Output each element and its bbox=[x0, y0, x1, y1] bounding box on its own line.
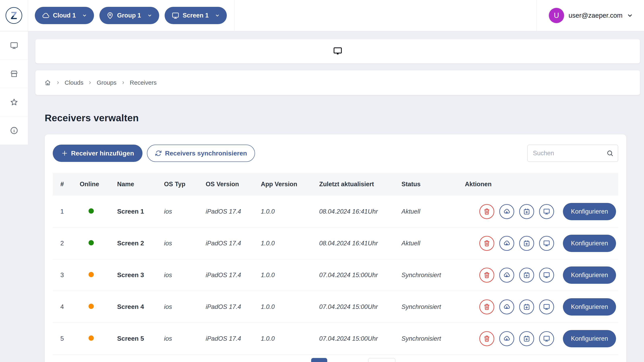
context-switchers: Cloud 1 Group 1 Screen bbox=[28, 0, 234, 31]
table-row: 5 Screen 5 ios iPadOS 17.4 1.0.0 07.04.2… bbox=[53, 323, 618, 355]
breadcrumb-groups[interactable]: Groups bbox=[96, 79, 116, 86]
cloud-selector-label: Cloud 1 bbox=[53, 12, 76, 19]
column-header-updated: Zuletzt aktualisiert bbox=[319, 181, 402, 188]
delete-button[interactable] bbox=[480, 300, 494, 314]
preview-screen-button[interactable] bbox=[539, 331, 554, 346]
svg-text:Z: Z bbox=[11, 10, 17, 21]
breadcrumb-clouds[interactable]: Clouds bbox=[64, 79, 83, 86]
receivers-table: # Online Name OS Typ OS Version App Vers… bbox=[53, 173, 618, 355]
screen-selector-button[interactable]: Screen 1 bbox=[164, 7, 227, 24]
cloud-download-button[interactable] bbox=[499, 204, 514, 219]
delete-button[interactable] bbox=[480, 268, 494, 283]
cloud-download-button[interactable] bbox=[499, 236, 514, 251]
os-typ-value: ios bbox=[164, 303, 206, 311]
sidebar bbox=[0, 31, 28, 145]
updated-value: 07.04.2024 15:00Uhr bbox=[319, 303, 402, 311]
info-icon bbox=[10, 126, 18, 135]
home-icon[interactable] bbox=[44, 79, 51, 86]
delete-button[interactable] bbox=[480, 236, 494, 251]
preview-screen-button[interactable] bbox=[539, 236, 554, 251]
cloud-download-button[interactable] bbox=[499, 268, 514, 283]
breadcrumb-bar: Clouds Groups Receivers bbox=[36, 70, 640, 95]
delete-button[interactable] bbox=[480, 331, 494, 346]
os-version-value: iPadOS 17.4 bbox=[206, 335, 261, 342]
sidebar-item-store[interactable] bbox=[0, 60, 28, 88]
schedule-button[interactable] bbox=[519, 331, 534, 346]
receiver-name: Screen 2 bbox=[117, 240, 164, 247]
preview-screen-button[interactable] bbox=[539, 300, 554, 314]
os-version-value: iPadOS 17.4 bbox=[206, 272, 261, 279]
schedule-button[interactable] bbox=[519, 268, 534, 283]
sidebar-item-screens[interactable] bbox=[0, 31, 28, 60]
app-version-value: 1.0.0 bbox=[261, 208, 319, 215]
group-selector-label: Group 1 bbox=[117, 12, 141, 19]
add-receiver-button[interactable]: Receiver hinzufügen bbox=[53, 145, 142, 162]
calendar-plus-icon bbox=[523, 271, 530, 279]
app-version-value: 1.0.0 bbox=[261, 303, 319, 311]
user-menu[interactable]: U user@zaeper.com bbox=[537, 0, 644, 31]
online-status-dot bbox=[88, 304, 94, 309]
pagination-page-button[interactable] bbox=[311, 358, 327, 362]
configure-button[interactable]: Konfigurieren bbox=[563, 235, 616, 252]
chevron-down-icon bbox=[82, 13, 87, 18]
schedule-button[interactable] bbox=[519, 204, 534, 219]
cloud-download-button[interactable] bbox=[499, 331, 514, 346]
configure-button[interactable]: Konfigurieren bbox=[563, 203, 616, 220]
logo-area: Z bbox=[0, 0, 28, 31]
updated-value: 08.04.2024 16:41Uhr bbox=[319, 240, 402, 247]
search-input[interactable] bbox=[527, 145, 618, 162]
star-icon bbox=[10, 98, 18, 107]
pagination-size-select[interactable] bbox=[368, 358, 396, 362]
search-box bbox=[527, 145, 618, 162]
page-title: Receivers verwalten bbox=[45, 113, 644, 123]
monitor-icon bbox=[543, 240, 550, 247]
monitor-icon bbox=[543, 271, 550, 279]
configure-button[interactable]: Konfigurieren bbox=[563, 298, 616, 316]
online-status-dot bbox=[88, 272, 94, 277]
cloud-download-button[interactable] bbox=[499, 300, 514, 314]
receiver-name: Screen 4 bbox=[117, 303, 164, 311]
row-number: 2 bbox=[60, 240, 80, 247]
breadcrumb-receivers[interactable]: Receivers bbox=[130, 79, 156, 86]
row-number: 1 bbox=[60, 208, 80, 215]
receivers-card: Receiver hinzufügen Receivers synchronis… bbox=[45, 134, 626, 362]
configure-button[interactable]: Konfigurieren bbox=[563, 330, 616, 347]
sidebar-item-favorites[interactable] bbox=[0, 88, 28, 116]
receiver-name: Screen 5 bbox=[117, 335, 164, 342]
configure-button[interactable]: Konfigurieren bbox=[563, 267, 616, 284]
cloud-selector-button[interactable]: Cloud 1 bbox=[35, 7, 94, 24]
os-typ-value: ios bbox=[164, 335, 206, 342]
column-header-actions: Aktionen bbox=[465, 181, 618, 188]
app-logo[interactable]: Z bbox=[5, 7, 22, 24]
schedule-button[interactable] bbox=[519, 300, 534, 314]
sync-receivers-label: Receivers synchronisieren bbox=[165, 150, 247, 157]
status-value: Synchronisiert bbox=[402, 303, 465, 311]
actions-row: Receiver hinzufügen Receivers synchronis… bbox=[53, 134, 618, 162]
trash-icon bbox=[483, 208, 491, 215]
sidebar-item-info[interactable] bbox=[0, 116, 28, 145]
cloud-download-icon bbox=[503, 303, 510, 311]
group-selector-button[interactable]: Group 1 bbox=[100, 7, 159, 24]
sync-receivers-button[interactable]: Receivers synchronisieren bbox=[147, 145, 255, 162]
os-typ-value: ios bbox=[164, 272, 206, 279]
os-typ-value: ios bbox=[164, 240, 206, 247]
add-receiver-label: Receiver hinzufügen bbox=[71, 150, 134, 157]
os-typ-value: ios bbox=[164, 208, 206, 215]
screen-selector-label: Screen 1 bbox=[183, 12, 209, 19]
delete-button[interactable] bbox=[480, 204, 494, 219]
preview-screen-button[interactable] bbox=[539, 268, 554, 283]
schedule-button[interactable] bbox=[519, 236, 534, 251]
monitor-icon[interactable] bbox=[333, 47, 342, 55]
os-version-value: iPadOS 17.4 bbox=[206, 303, 261, 311]
app-version-value: 1.0.0 bbox=[261, 272, 319, 279]
column-header-name: Name bbox=[117, 181, 164, 188]
os-version-value: iPadOS 17.4 bbox=[206, 208, 261, 215]
cloud-download-icon bbox=[503, 335, 510, 343]
status-value: Synchronisiert bbox=[402, 335, 465, 342]
cloud-icon bbox=[42, 11, 50, 19]
updated-value: 07.04.2024 15:00Uhr bbox=[319, 272, 402, 279]
preview-screen-button[interactable] bbox=[539, 204, 554, 219]
app-version-value: 1.0.0 bbox=[261, 335, 319, 342]
chevron-down-icon bbox=[626, 12, 633, 19]
row-actions: Konfigurieren bbox=[465, 235, 618, 252]
